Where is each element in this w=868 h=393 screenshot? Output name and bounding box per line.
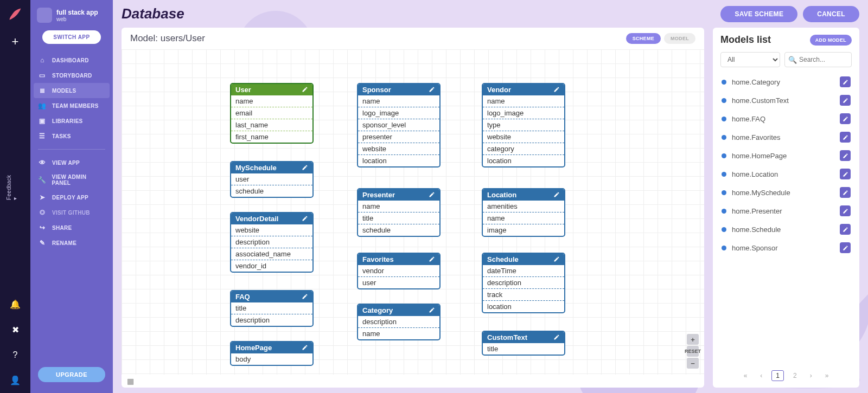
model-field[interactable]: type	[483, 119, 564, 131]
model-field[interactable]: associated_name	[231, 248, 312, 260]
edit-icon[interactable]	[302, 215, 308, 223]
models-list-row[interactable]: home.HomePage	[720, 146, 852, 165]
model-header[interactable]: Category	[358, 305, 439, 316]
model-box-presenter[interactable]: Presenternametitleschedule	[357, 188, 441, 237]
model-box-myschedule[interactable]: MyScheduleuserschedule	[230, 161, 314, 198]
model-header[interactable]: Vendor	[483, 84, 564, 95]
models-list-row[interactable]: home.Favorites	[720, 128, 852, 146]
switch-app-button[interactable]: SWITCH APP	[42, 30, 101, 44]
model-field[interactable]: description	[231, 236, 312, 248]
edit-icon[interactable]	[429, 307, 435, 314]
tab-scheme[interactable]: SCHEME	[626, 33, 661, 44]
model-field[interactable]: description	[358, 316, 439, 328]
add-app-button[interactable]: +	[12, 35, 19, 49]
help-icon[interactable]: ?	[13, 350, 18, 360]
sidebar-item-team-members[interactable]: 👥TEAM MEMBERS	[30, 98, 113, 113]
edit-icon[interactable]	[302, 293, 308, 301]
page-«[interactable]: «	[740, 371, 751, 381]
sidebar-link-view-admin-panel[interactable]: 🔧VIEW ADMIN PANEL	[30, 170, 113, 190]
model-box-faq[interactable]: FAQtitledescription	[230, 290, 314, 327]
edit-icon[interactable]	[553, 191, 560, 199]
model-field[interactable]: body	[231, 353, 312, 365]
model-field[interactable]: title	[231, 302, 312, 314]
page-1[interactable]: 1	[771, 370, 784, 381]
notifications-icon[interactable]: 🔔	[10, 299, 21, 310]
model-field[interactable]: amenities	[483, 201, 564, 212]
models-filter-select[interactable]: All	[720, 52, 780, 67]
model-field[interactable]: logo_image	[483, 107, 564, 119]
zoom-reset-button[interactable]: RESET	[687, 346, 699, 357]
model-field[interactable]: dateTime	[483, 265, 564, 277]
edit-model-button[interactable]	[840, 132, 851, 143]
sidebar-link-view-app[interactable]: 👁VIEW APP	[30, 155, 113, 170]
model-field[interactable]: track	[483, 289, 564, 301]
close-icon[interactable]: ✖	[12, 325, 19, 335]
model-box-location[interactable]: Locationamenitiesnameimage	[482, 188, 565, 237]
model-field[interactable]: user	[358, 277, 439, 288]
grid-toggle-icon[interactable]: ▦	[127, 377, 134, 385]
model-field[interactable]: schedule	[358, 224, 439, 236]
models-list-row[interactable]: home.CustomText	[720, 91, 852, 109]
model-field[interactable]: name	[358, 95, 439, 107]
model-box-user[interactable]: Usernameemaillast_namefirst_name	[230, 83, 314, 144]
sidebar-link-deploy-app[interactable]: ➤DEPLOY APP	[30, 190, 113, 205]
model-field[interactable]: description	[231, 314, 312, 326]
edit-model-button[interactable]	[840, 169, 851, 179]
model-field[interactable]: logo_image	[358, 107, 439, 119]
model-box-vendordetail[interactable]: VendorDetailwebsitedescriptionassociated…	[230, 212, 314, 273]
model-field[interactable]: vendor	[358, 265, 439, 277]
edit-model-button[interactable]	[840, 224, 851, 235]
sidebar-item-models[interactable]: ≣MODELS	[34, 83, 110, 98]
models-list-row[interactable]: home.Category	[720, 73, 852, 91]
sidebar-link-rename[interactable]: ✎RENAME	[30, 235, 113, 250]
upgrade-button[interactable]: UPGRADE	[38, 367, 105, 382]
edit-icon[interactable]	[429, 256, 435, 263]
tab-model[interactable]: MODEL	[664, 33, 695, 44]
sidebar-item-tasks[interactable]: ☰TASKS	[30, 128, 113, 144]
models-list-row[interactable]: home.MySchedule	[720, 183, 852, 202]
edit-icon[interactable]	[553, 86, 560, 94]
models-list-row[interactable]: home.Schedule	[720, 220, 852, 239]
edit-icon[interactable]	[553, 256, 560, 263]
model-field[interactable]: title	[358, 212, 439, 224]
models-list-row[interactable]: home.Presenter	[720, 202, 852, 220]
page-2[interactable]: 2	[789, 371, 801, 381]
models-search-input[interactable]	[799, 56, 848, 63]
model-box-category[interactable]: Categorydescriptionname	[357, 304, 441, 340]
model-field[interactable]: name	[483, 212, 564, 224]
scheme-canvas[interactable]: + RESET − Usernameemaillast_namefirst_na…	[122, 49, 704, 375]
models-list-row[interactable]: home.Sponsor	[720, 239, 852, 257]
model-header[interactable]: VendorDetail	[231, 213, 312, 224]
model-field[interactable]: title	[483, 343, 564, 355]
model-field[interactable]: website	[483, 131, 564, 143]
cancel-button[interactable]: CANCEL	[803, 6, 859, 22]
feedback-tab[interactable]: Feedback ▾	[4, 169, 20, 205]
model-field[interactable]: first_name	[231, 131, 312, 143]
model-box-vendor[interactable]: Vendornamelogo_imagetypewebsitecategoryl…	[482, 83, 565, 167]
model-box-customtext[interactable]: CustomTexttitle	[482, 331, 565, 356]
edit-icon[interactable]	[302, 164, 308, 172]
edit-icon[interactable]	[429, 191, 435, 199]
model-field[interactable]: name	[358, 328, 439, 339]
model-field[interactable]: schedule	[231, 185, 312, 197]
model-field[interactable]: location	[483, 155, 564, 166]
page-‹[interactable]: ‹	[756, 371, 766, 381]
edit-icon[interactable]	[302, 344, 308, 352]
model-field[interactable]: website	[358, 143, 439, 155]
edit-model-button[interactable]	[840, 113, 851, 124]
model-field[interactable]: location	[358, 155, 439, 166]
model-header[interactable]: MySchedule	[231, 162, 312, 173]
model-field[interactable]: vendor_id	[231, 260, 312, 272]
edit-model-button[interactable]	[840, 150, 851, 161]
save-scheme-button[interactable]: SAVE SCHEME	[720, 6, 797, 22]
model-header[interactable]: Favorites	[358, 254, 439, 265]
models-list-row[interactable]: home.FAQ	[720, 109, 852, 128]
model-field[interactable]: description	[483, 277, 564, 289]
add-model-button[interactable]: ADD MODEL	[810, 35, 852, 46]
model-header[interactable]: Sponsor	[358, 84, 439, 95]
models-search[interactable]: 🔍	[784, 52, 852, 67]
model-box-schedule[interactable]: ScheduledateTimedescriptiontracklocation	[482, 253, 565, 313]
edit-icon[interactable]	[429, 86, 435, 94]
models-list-row[interactable]: home.Location	[720, 165, 852, 183]
account-icon[interactable]: 👤	[10, 375, 21, 385]
